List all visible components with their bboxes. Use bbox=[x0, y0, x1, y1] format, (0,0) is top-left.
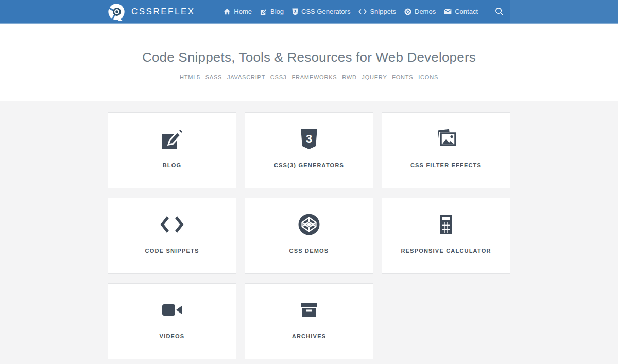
envelope-icon bbox=[444, 9, 452, 14]
hero-tag-link[interactable]: ICONS bbox=[418, 74, 438, 81]
tag-separator: - bbox=[267, 74, 269, 80]
tag-separator: - bbox=[415, 74, 417, 80]
card-responsive-calculator[interactable]: RESPONSIVE CALCULATOR bbox=[382, 198, 510, 274]
nav-item-demos[interactable]: Demos bbox=[404, 8, 436, 15]
css3-icon: 3 bbox=[292, 8, 298, 15]
archive-box-icon bbox=[245, 298, 373, 322]
nav-item-contact[interactable]: Contact bbox=[444, 8, 478, 15]
hero-tag-link[interactable]: FRAMEWORKS bbox=[291, 74, 337, 81]
hero-tags: HTML5-SASS-JAVASCRIPT-CSS3-FRAMEWORKS-RW… bbox=[0, 72, 618, 81]
category-grid: BLOG 3 CSS(3) GENERATORS CSS FILTER EFFE… bbox=[108, 112, 510, 359]
cssreflex-logo-icon bbox=[107, 2, 126, 22]
nav-item-home[interactable]: Home bbox=[224, 8, 252, 15]
card-code-snippets[interactable]: CODE SNIPPETS bbox=[108, 198, 236, 274]
nav-item-css-generators[interactable]: 3 CSS Generators bbox=[292, 8, 350, 15]
video-camera-icon bbox=[108, 298, 236, 322]
nav-item-label: CSS Generators bbox=[301, 8, 350, 15]
card-label: CSS DEMOS bbox=[245, 248, 373, 254]
hero-tag-link[interactable]: JQUERY bbox=[362, 74, 387, 81]
edit-icon bbox=[260, 8, 267, 15]
card-blog[interactable]: BLOG bbox=[108, 112, 236, 188]
code-icon bbox=[108, 213, 236, 236]
home-icon bbox=[224, 8, 231, 15]
hero-tag-link[interactable]: JAVASCRIPT bbox=[227, 74, 265, 81]
tag-separator: - bbox=[358, 74, 360, 80]
edit-icon bbox=[108, 127, 236, 151]
card-archives[interactable]: ARCHIVES bbox=[245, 283, 373, 359]
tag-separator: - bbox=[288, 74, 290, 80]
card-css-generators[interactable]: 3 CSS(3) GENERATORS bbox=[245, 112, 373, 188]
card-label: BLOG bbox=[108, 162, 236, 168]
search-button[interactable] bbox=[489, 0, 509, 23]
svg-text:3: 3 bbox=[306, 132, 312, 145]
card-label: ARCHIVES bbox=[245, 333, 373, 339]
images-icon bbox=[382, 127, 510, 151]
card-label: CODE SNIPPETS bbox=[108, 248, 236, 254]
nav-item-label: Contact bbox=[455, 8, 478, 15]
page-title: Code Snippets, Tools & Resources for Web… bbox=[0, 24, 618, 65]
card-label: RESPONSIVE CALCULATOR bbox=[382, 248, 510, 254]
code-icon bbox=[358, 9, 367, 15]
search-icon bbox=[495, 7, 504, 16]
hero-tag-link[interactable]: HTML5 bbox=[180, 74, 200, 81]
nav-item-label: Snippets bbox=[370, 8, 396, 15]
nav-item-label: Blog bbox=[270, 8, 284, 15]
tag-separator: - bbox=[339, 74, 341, 80]
hero-tag-link[interactable]: FONTS bbox=[392, 74, 413, 81]
nav-item-blog[interactable]: Blog bbox=[260, 8, 284, 15]
hero-tag-link[interactable]: SASS bbox=[205, 74, 222, 81]
navbar-right-shade bbox=[510, 0, 618, 23]
nav-item-label: Home bbox=[234, 8, 252, 15]
tag-separator: - bbox=[389, 74, 391, 80]
card-css-filter-effects[interactable]: CSS FILTER EFFECTS bbox=[382, 112, 510, 188]
css3-icon: 3 bbox=[245, 127, 373, 151]
nav-item-label: Demos bbox=[415, 8, 436, 15]
nav-menu: Home Blog 3 CSS Generators bbox=[224, 0, 478, 23]
codepen-icon bbox=[245, 213, 373, 236]
nav-item-snippets[interactable]: Snippets bbox=[358, 8, 396, 15]
card-css-demos[interactable]: CSS DEMOS bbox=[245, 198, 373, 274]
card-videos[interactable]: VIDEOS bbox=[108, 283, 236, 359]
tag-separator: - bbox=[224, 74, 226, 80]
hero-section: Code Snippets, Tools & Resources for Web… bbox=[0, 24, 618, 101]
card-label: CSS FILTER EFFECTS bbox=[382, 162, 510, 168]
card-label: CSS(3) GENERATORS bbox=[245, 162, 373, 168]
brand-name: CSSREFLEX bbox=[131, 7, 195, 17]
hero-tag-link[interactable]: CSS3 bbox=[270, 74, 287, 81]
calculator-icon bbox=[382, 213, 510, 236]
codepen-icon bbox=[404, 8, 411, 15]
hero-tag-link[interactable]: RWD bbox=[342, 74, 356, 81]
navbar: CSSREFLEX Home Blog 3 bbox=[0, 0, 618, 24]
tag-separator: - bbox=[202, 74, 204, 80]
svg-text:3: 3 bbox=[294, 9, 297, 14]
card-label: VIDEOS bbox=[108, 333, 236, 339]
brand-logo-link[interactable]: CSSREFLEX bbox=[107, 0, 195, 23]
